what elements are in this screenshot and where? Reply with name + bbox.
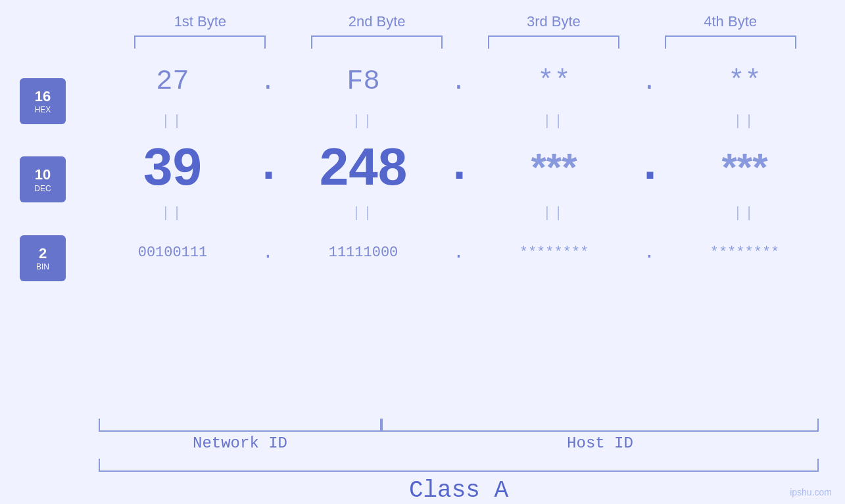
bracket-2 — [311, 35, 443, 49]
byte-header-1: 1st Byte — [134, 13, 266, 30]
bottom-labels-row: Network ID Host ID — [85, 432, 832, 452]
dec-cell-2: 248 — [298, 137, 429, 197]
bin-cell-3: ******** — [489, 244, 620, 261]
eq1-cell-4: || — [679, 113, 811, 129]
network-id-bracket — [99, 419, 381, 432]
class-label-row: Class A — [85, 472, 832, 504]
eq2-cell-1: || — [107, 205, 239, 221]
hex-badge-num: 16 — [35, 88, 51, 105]
hex-cell-4: ** — [679, 66, 811, 97]
eq1-cell-1: || — [107, 113, 239, 129]
dec-row: 39 . 248 . *** . *** — [85, 134, 832, 200]
dec-badge-num: 10 — [35, 166, 51, 183]
hex-cell-1: 27 — [107, 66, 239, 97]
eq1-cell-3: || — [489, 113, 620, 129]
bin-row: 00100111 . 11111000 . ******** . — [85, 226, 832, 279]
content-area: 16 HEX 10 DEC 2 BIN 27 . — [0, 55, 845, 416]
bin-cell-1: 00100111 — [107, 244, 239, 261]
hex-badge-label: HEX — [35, 105, 51, 114]
hex-dot-1: . — [255, 68, 281, 96]
dec-dot-1: . — [255, 139, 281, 195]
bottom-brackets-row — [85, 419, 832, 432]
eq2-cell-2: || — [298, 205, 429, 221]
top-brackets-row — [85, 35, 845, 49]
hex-badge: 16 HEX — [20, 78, 66, 124]
dec-cell-4: *** — [679, 145, 811, 190]
dec-dot-2: . — [446, 139, 472, 195]
bin-badge-label: BIN — [36, 262, 49, 271]
hex-row: 27 . F8 . ** . ** — [85, 55, 832, 108]
bin-dot-1: . — [255, 242, 281, 263]
class-row: Class A — [0, 459, 845, 504]
byte-header-3: 3rd Byte — [488, 13, 619, 30]
bin-dot-2: . — [446, 242, 472, 263]
bracket-4 — [665, 35, 796, 49]
bin-cell-2: 11111000 — [298, 244, 429, 261]
host-id-label: Host ID — [381, 434, 819, 452]
eq2-cell-4: || — [679, 205, 811, 221]
bin-cell-4: ******** — [679, 244, 811, 261]
dec-dot-3: . — [637, 139, 663, 195]
dec-cell-1: 39 — [107, 137, 239, 197]
main-container: 1st Byte 2nd Byte 3rd Byte 4th Byte 16 H… — [0, 0, 845, 504]
bottom-section: Network ID Host ID — [0, 419, 845, 452]
eq1-cell-2: || — [298, 113, 429, 129]
hex-cell-2: F8 — [298, 66, 429, 97]
bin-badge-num: 2 — [39, 245, 47, 262]
class-bracket — [99, 459, 819, 472]
eq2-cell-3: || — [489, 205, 620, 221]
host-id-bracket — [381, 419, 819, 432]
bracket-1 — [134, 35, 266, 49]
badges-column: 16 HEX 10 DEC 2 BIN — [0, 55, 85, 416]
bin-dot-3: . — [637, 242, 663, 263]
network-id-label: Network ID — [99, 434, 381, 452]
hex-dot-2: . — [446, 68, 472, 96]
class-label: Class A — [409, 477, 508, 504]
hex-cell-3: ** — [489, 66, 620, 97]
bin-badge: 2 BIN — [20, 235, 66, 281]
rows-area: 27 . F8 . ** . ** — [85, 55, 845, 416]
dec-badge-label: DEC — [34, 184, 51, 193]
attribution: ipshu.com — [790, 487, 832, 497]
equals-row-2: || || || || — [85, 200, 832, 226]
bracket-3 — [488, 35, 619, 49]
hex-dot-3: . — [637, 68, 663, 96]
equals-row-1: || || || || — [85, 108, 832, 134]
dec-badge: 10 DEC — [20, 156, 66, 202]
byte-header-2: 2nd Byte — [311, 13, 443, 30]
byte-header-4: 4th Byte — [665, 13, 796, 30]
byte-headers: 1st Byte 2nd Byte 3rd Byte 4th Byte — [85, 13, 845, 30]
dec-cell-3: *** — [489, 145, 620, 190]
